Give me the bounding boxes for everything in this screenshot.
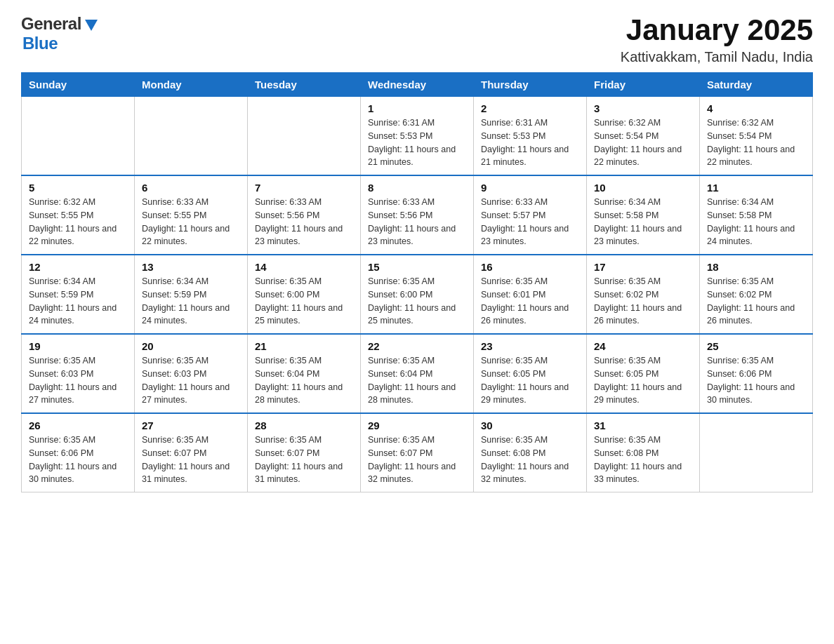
calendar-cell: 9Sunrise: 6:33 AMSunset: 5:57 PMDaylight… bbox=[474, 175, 587, 255]
page-header: General Blue January 2025 Kattivakkam, T… bbox=[21, 14, 813, 65]
day-info: Sunrise: 6:31 AMSunset: 5:53 PMDaylight:… bbox=[368, 116, 466, 169]
calendar-day-header: Sunday bbox=[22, 73, 135, 97]
calendar-cell bbox=[22, 97, 135, 176]
calendar-header-row: SundayMondayTuesdayWednesdayThursdayFrid… bbox=[22, 73, 813, 97]
calendar-table: SundayMondayTuesdayWednesdayThursdayFrid… bbox=[21, 72, 813, 492]
logo-blue-text: Blue bbox=[22, 34, 58, 53]
calendar-cell: 2Sunrise: 6:31 AMSunset: 5:53 PMDaylight… bbox=[474, 97, 587, 176]
day-info: Sunrise: 6:32 AMSunset: 5:54 PMDaylight:… bbox=[594, 116, 692, 169]
day-number: 15 bbox=[368, 261, 466, 273]
day-number: 31 bbox=[594, 420, 692, 431]
day-info: Sunrise: 6:35 AMSunset: 6:00 PMDaylight:… bbox=[368, 275, 466, 328]
calendar-cell: 16Sunrise: 6:35 AMSunset: 6:01 PMDayligh… bbox=[474, 255, 587, 334]
day-number: 14 bbox=[255, 261, 353, 273]
day-info: Sunrise: 6:33 AMSunset: 5:55 PMDaylight:… bbox=[142, 196, 240, 248]
day-number: 5 bbox=[29, 182, 127, 194]
calendar-cell: 6Sunrise: 6:33 AMSunset: 5:55 PMDaylight… bbox=[135, 175, 248, 255]
calendar-cell bbox=[135, 97, 248, 176]
calendar-day-header: Friday bbox=[587, 73, 700, 97]
calendar-cell: 13Sunrise: 6:34 AMSunset: 5:59 PMDayligh… bbox=[135, 255, 248, 334]
calendar-week-row: 19Sunrise: 6:35 AMSunset: 6:03 PMDayligh… bbox=[22, 334, 813, 413]
day-info: Sunrise: 6:35 AMSunset: 6:04 PMDaylight:… bbox=[255, 354, 353, 407]
day-number: 2 bbox=[481, 102, 579, 114]
calendar-week-row: 26Sunrise: 6:35 AMSunset: 6:06 PMDayligh… bbox=[22, 413, 813, 492]
calendar-cell: 25Sunrise: 6:35 AMSunset: 6:06 PMDayligh… bbox=[700, 334, 813, 413]
day-number: 7 bbox=[255, 182, 353, 194]
day-number: 30 bbox=[481, 420, 579, 431]
day-number: 6 bbox=[142, 182, 240, 194]
day-info: Sunrise: 6:35 AMSunset: 6:08 PMDaylight:… bbox=[594, 434, 692, 486]
day-number: 12 bbox=[29, 261, 127, 273]
day-info: Sunrise: 6:34 AMSunset: 5:59 PMDaylight:… bbox=[142, 275, 240, 328]
day-info: Sunrise: 6:35 AMSunset: 6:06 PMDaylight:… bbox=[707, 354, 805, 407]
day-info: Sunrise: 6:35 AMSunset: 6:07 PMDaylight:… bbox=[368, 434, 466, 486]
calendar-cell: 29Sunrise: 6:35 AMSunset: 6:07 PMDayligh… bbox=[361, 413, 474, 492]
day-info: Sunrise: 6:35 AMSunset: 6:03 PMDaylight:… bbox=[142, 354, 240, 407]
day-number: 21 bbox=[255, 340, 353, 352]
calendar-cell: 20Sunrise: 6:35 AMSunset: 6:03 PMDayligh… bbox=[135, 334, 248, 413]
calendar-cell: 5Sunrise: 6:32 AMSunset: 5:55 PMDaylight… bbox=[22, 175, 135, 255]
page-title: January 2025 bbox=[621, 14, 813, 46]
day-number: 29 bbox=[368, 420, 466, 431]
day-number: 8 bbox=[368, 182, 466, 194]
day-number: 13 bbox=[142, 261, 240, 273]
calendar-cell: 23Sunrise: 6:35 AMSunset: 6:05 PMDayligh… bbox=[474, 334, 587, 413]
day-info: Sunrise: 6:35 AMSunset: 6:02 PMDaylight:… bbox=[594, 275, 692, 328]
day-info: Sunrise: 6:32 AMSunset: 5:54 PMDaylight:… bbox=[707, 116, 805, 169]
calendar-cell: 18Sunrise: 6:35 AMSunset: 6:02 PMDayligh… bbox=[700, 255, 813, 334]
day-number: 18 bbox=[707, 261, 805, 273]
day-number: 9 bbox=[481, 182, 579, 194]
day-number: 26 bbox=[29, 420, 127, 431]
day-info: Sunrise: 6:35 AMSunset: 6:02 PMDaylight:… bbox=[707, 275, 805, 328]
day-info: Sunrise: 6:35 AMSunset: 6:07 PMDaylight:… bbox=[255, 434, 353, 486]
calendar-cell: 21Sunrise: 6:35 AMSunset: 6:04 PMDayligh… bbox=[248, 334, 361, 413]
day-info: Sunrise: 6:31 AMSunset: 5:53 PMDaylight:… bbox=[481, 116, 579, 169]
calendar-cell: 28Sunrise: 6:35 AMSunset: 6:07 PMDayligh… bbox=[248, 413, 361, 492]
day-number: 24 bbox=[594, 340, 692, 352]
day-info: Sunrise: 6:35 AMSunset: 6:05 PMDaylight:… bbox=[481, 354, 579, 407]
day-info: Sunrise: 6:34 AMSunset: 5:59 PMDaylight:… bbox=[29, 275, 127, 328]
day-info: Sunrise: 6:33 AMSunset: 5:56 PMDaylight:… bbox=[368, 196, 466, 248]
day-info: Sunrise: 6:35 AMSunset: 6:05 PMDaylight:… bbox=[594, 354, 692, 407]
calendar-cell: 24Sunrise: 6:35 AMSunset: 6:05 PMDayligh… bbox=[587, 334, 700, 413]
calendar-cell: 11Sunrise: 6:34 AMSunset: 5:58 PMDayligh… bbox=[700, 175, 813, 255]
calendar-day-header: Monday bbox=[135, 73, 248, 97]
page-subtitle: Kattivakkam, Tamil Nadu, India bbox=[621, 49, 813, 65]
day-number: 22 bbox=[368, 340, 466, 352]
day-info: Sunrise: 6:35 AMSunset: 6:08 PMDaylight:… bbox=[481, 434, 579, 486]
calendar-cell bbox=[700, 413, 813, 492]
calendar-cell: 31Sunrise: 6:35 AMSunset: 6:08 PMDayligh… bbox=[587, 413, 700, 492]
title-block: January 2025 Kattivakkam, Tamil Nadu, In… bbox=[621, 14, 813, 65]
calendar-day-header: Wednesday bbox=[361, 73, 474, 97]
day-info: Sunrise: 6:35 AMSunset: 6:03 PMDaylight:… bbox=[29, 354, 127, 407]
day-number: 10 bbox=[594, 182, 692, 194]
svg-marker-0 bbox=[85, 20, 98, 31]
logo: General Blue bbox=[21, 14, 99, 53]
day-number: 16 bbox=[481, 261, 579, 273]
calendar-cell: 19Sunrise: 6:35 AMSunset: 6:03 PMDayligh… bbox=[22, 334, 135, 413]
day-number: 27 bbox=[142, 420, 240, 431]
calendar-cell: 1Sunrise: 6:31 AMSunset: 5:53 PMDaylight… bbox=[361, 97, 474, 176]
calendar-week-row: 12Sunrise: 6:34 AMSunset: 5:59 PMDayligh… bbox=[22, 255, 813, 334]
day-number: 25 bbox=[707, 340, 805, 352]
day-number: 3 bbox=[594, 102, 692, 114]
calendar-cell: 22Sunrise: 6:35 AMSunset: 6:04 PMDayligh… bbox=[361, 334, 474, 413]
day-info: Sunrise: 6:32 AMSunset: 5:55 PMDaylight:… bbox=[29, 196, 127, 248]
calendar-cell: 10Sunrise: 6:34 AMSunset: 5:58 PMDayligh… bbox=[587, 175, 700, 255]
day-number: 19 bbox=[29, 340, 127, 352]
day-info: Sunrise: 6:34 AMSunset: 5:58 PMDaylight:… bbox=[594, 196, 692, 248]
calendar-cell: 15Sunrise: 6:35 AMSunset: 6:00 PMDayligh… bbox=[361, 255, 474, 334]
day-info: Sunrise: 6:35 AMSunset: 6:04 PMDaylight:… bbox=[368, 354, 466, 407]
day-number: 23 bbox=[481, 340, 579, 352]
calendar-cell: 7Sunrise: 6:33 AMSunset: 5:56 PMDaylight… bbox=[248, 175, 361, 255]
calendar-week-row: 1Sunrise: 6:31 AMSunset: 5:53 PMDaylight… bbox=[22, 97, 813, 176]
calendar-cell: 30Sunrise: 6:35 AMSunset: 6:08 PMDayligh… bbox=[474, 413, 587, 492]
day-number: 28 bbox=[255, 420, 353, 431]
logo-general-text: General bbox=[21, 14, 81, 34]
day-number: 11 bbox=[707, 182, 805, 194]
day-info: Sunrise: 6:33 AMSunset: 5:56 PMDaylight:… bbox=[255, 196, 353, 248]
day-info: Sunrise: 6:35 AMSunset: 6:06 PMDaylight:… bbox=[29, 434, 127, 486]
calendar-cell: 14Sunrise: 6:35 AMSunset: 6:00 PMDayligh… bbox=[248, 255, 361, 334]
day-number: 4 bbox=[707, 102, 805, 114]
day-info: Sunrise: 6:35 AMSunset: 6:01 PMDaylight:… bbox=[481, 275, 579, 328]
